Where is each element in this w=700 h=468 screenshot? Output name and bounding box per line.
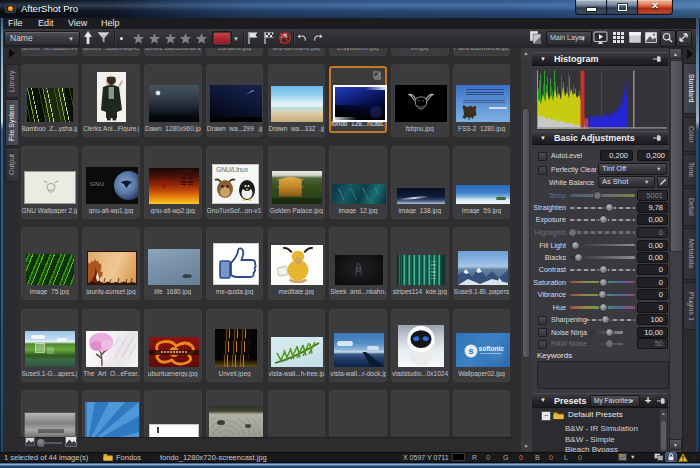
svg-text:s: s <box>468 346 473 356</box>
